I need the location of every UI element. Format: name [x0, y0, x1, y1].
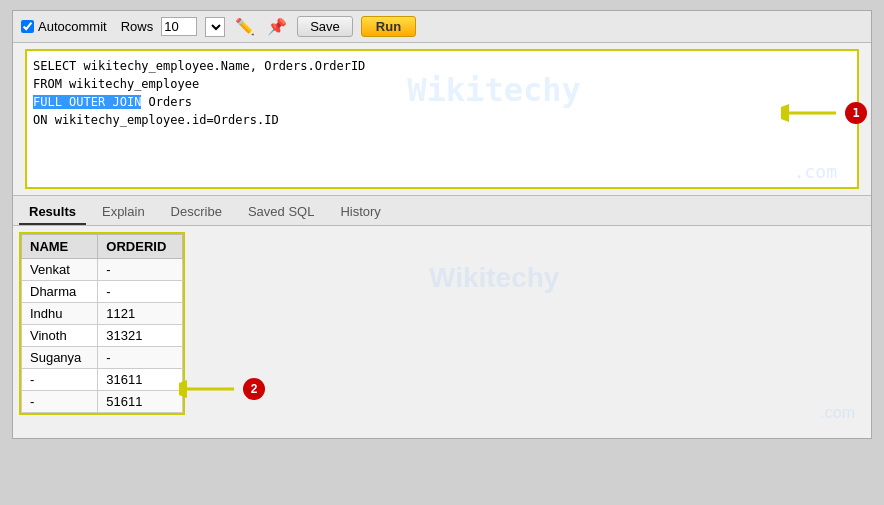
result-table-wrapper: NAME ORDERID Venkat-Dharma-Indhu1121Vino… [19, 232, 185, 415]
cell-name: Dharma [22, 281, 98, 303]
rows-input[interactable] [161, 17, 197, 36]
table-row: Venkat- [22, 259, 183, 281]
save-button[interactable]: Save [297, 16, 353, 37]
main-container: Autocommit Rows ▼ ✏️ 📌 Save Run SELECT w… [12, 10, 872, 439]
results-watermark: Wikitechy [429, 262, 559, 294]
tab-results[interactable]: Results [19, 200, 86, 225]
sql-line-1: SELECT wikitechy_employee.Name, Orders.O… [33, 57, 851, 75]
rows-label: Rows [121, 19, 154, 34]
rows-select[interactable]: ▼ [205, 17, 225, 37]
cell-name: Indhu [22, 303, 98, 325]
tabs-bar: Results Explain Describe Saved SQL Histo… [13, 195, 871, 226]
sql-line-4: ON wikitechy_employee.id=Orders.ID [33, 111, 851, 129]
cell-name: Suganya [22, 347, 98, 369]
table-row: Suganya- [22, 347, 183, 369]
format-icon-button[interactable]: 📌 [265, 17, 289, 36]
tab-describe[interactable]: Describe [161, 200, 232, 225]
cell-orderid: - [98, 259, 183, 281]
tab-explain[interactable]: Explain [92, 200, 155, 225]
table-row: Dharma- [22, 281, 183, 303]
cell-orderid: - [98, 347, 183, 369]
sql-line-2: FROM wikitechy_employee [33, 75, 851, 93]
cell-orderid: 31611 [98, 369, 183, 391]
toolbar: Autocommit Rows ▼ ✏️ 📌 Save Run [13, 11, 871, 43]
annotation-badge-1: 1 [845, 102, 867, 124]
editor-watermark-sub: .com [794, 161, 837, 182]
sql-line-3: FULL OUTER JOIN Orders [33, 93, 851, 111]
col-header-orderid: ORDERID [98, 235, 183, 259]
cell-orderid: 51611 [98, 391, 183, 413]
sql-highlight: FULL OUTER JOIN [33, 95, 141, 109]
table-row: -51611 [22, 391, 183, 413]
annotation-badge-2: 2 [243, 378, 265, 400]
clear-icon-button[interactable]: ✏️ [233, 17, 257, 36]
cell-orderid: 31321 [98, 325, 183, 347]
table-row: Indhu1121 [22, 303, 183, 325]
table-row: Vinoth31321 [22, 325, 183, 347]
autocommit-label: Autocommit [38, 19, 107, 34]
sql-editor[interactable]: SELECT wikitechy_employee.Name, Orders.O… [25, 49, 859, 189]
cell-orderid: 1121 [98, 303, 183, 325]
result-table: NAME ORDERID Venkat-Dharma-Indhu1121Vino… [21, 234, 183, 413]
table-row: -31611 [22, 369, 183, 391]
tab-history[interactable]: History [330, 200, 390, 225]
editor-annotation: 1 [781, 101, 867, 125]
cell-name: Venkat [22, 259, 98, 281]
results-watermark-sub: .com [820, 404, 855, 422]
results-area: Wikitechy .com NAME ORDERID Venkat-Dharm… [19, 232, 865, 432]
cell-name: Vinoth [22, 325, 98, 347]
autocommit-checkbox[interactable] [21, 20, 34, 33]
col-header-name: NAME [22, 235, 98, 259]
cell-orderid: - [98, 281, 183, 303]
table-annotation: 2 [179, 377, 265, 401]
cell-name: - [22, 369, 98, 391]
cell-name: - [22, 391, 98, 413]
tab-saved-sql[interactable]: Saved SQL [238, 200, 325, 225]
run-button[interactable]: Run [361, 16, 416, 37]
autocommit-checkbox-label[interactable]: Autocommit [21, 19, 107, 34]
